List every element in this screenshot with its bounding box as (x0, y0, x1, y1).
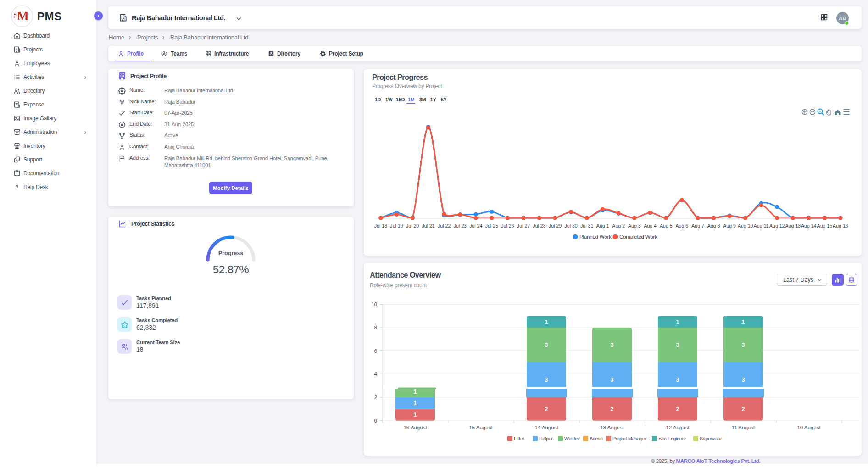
svg-text:12 August: 12 August (666, 425, 690, 430)
svg-text:1: 1 (545, 319, 548, 325)
svg-text:3: 3 (611, 377, 614, 383)
svg-text:10: 10 (371, 301, 377, 307)
svg-text:Supervisor: Supervisor (700, 436, 722, 441)
svg-text:Jul 19: Jul 19 (390, 223, 403, 228)
svg-text:Admin: Admin (590, 436, 603, 441)
svg-text:Aug 2: Aug 2 (612, 223, 625, 228)
svg-text:M: M (17, 9, 28, 23)
svg-text:Aug 6: Aug 6 (676, 223, 689, 228)
svg-text:3: 3 (611, 342, 614, 348)
svg-text:Aug 13: Aug 13 (785, 223, 801, 228)
svg-text:Aug 1: Aug 1 (596, 223, 609, 228)
svg-text:3: 3 (676, 377, 679, 383)
svg-text:6: 6 (374, 348, 377, 354)
svg-text:Fitter: Fitter (514, 436, 524, 441)
svg-text:Aug 3: Aug 3 (628, 223, 641, 228)
svg-text:14 August: 14 August (534, 425, 558, 430)
svg-text:2: 2 (374, 395, 377, 400)
svg-text:2: 2 (676, 406, 679, 412)
svg-text:Jul 18: Jul 18 (374, 223, 387, 228)
svg-text:0: 0 (374, 418, 377, 423)
svg-text:3: 3 (742, 377, 745, 383)
svg-text:Jul 29: Jul 29 (549, 223, 562, 228)
svg-text:Jul 28: Jul 28 (533, 223, 545, 228)
svg-text:3: 3 (742, 342, 745, 348)
svg-text:Aug 11: Aug 11 (754, 223, 769, 228)
svg-text:3: 3 (545, 377, 548, 383)
svg-text:2: 2 (742, 406, 745, 412)
svg-text:8: 8 (374, 325, 377, 330)
svg-text:Jul 24: Jul 24 (469, 223, 482, 228)
svg-text:10 August: 10 August (797, 425, 821, 430)
svg-text:1: 1 (414, 389, 417, 395)
svg-text:Jul 25: Jul 25 (485, 223, 498, 228)
svg-text:Planned Work: Planned Work (579, 234, 612, 239)
svg-text:Completed Work: Completed Work (619, 234, 657, 239)
svg-text:Aug 8: Aug 8 (707, 223, 720, 228)
svg-text:Jul 27: Jul 27 (517, 223, 530, 228)
svg-text:Helper: Helper (539, 436, 553, 441)
svg-text:Jul 30: Jul 30 (564, 223, 577, 228)
svg-text:2: 2 (611, 406, 614, 412)
svg-text:Aug 7: Aug 7 (691, 223, 704, 228)
svg-text:Aug 12: Aug 12 (769, 223, 785, 228)
svg-text:Jul 26: Jul 26 (501, 223, 514, 228)
svg-text:15 August: 15 August (469, 425, 493, 430)
svg-text:1: 1 (414, 411, 417, 418)
svg-text:16 August: 16 August (403, 425, 427, 430)
svg-text:Jul 31: Jul 31 (580, 223, 593, 228)
svg-text:11 August: 11 August (732, 425, 755, 430)
svg-text:Aug 14: Aug 14 (801, 223, 817, 228)
svg-text:Jul 23: Jul 23 (454, 223, 467, 228)
svg-text:3: 3 (545, 342, 548, 348)
svg-text:Aug 15: Aug 15 (817, 223, 833, 228)
svg-text:Welder: Welder (564, 436, 579, 441)
svg-text:Jul 22: Jul 22 (438, 223, 451, 228)
svg-text:Jul 20: Jul 20 (406, 223, 419, 228)
svg-text:1: 1 (742, 319, 745, 325)
svg-text:2: 2 (545, 406, 548, 412)
svg-text:Jul 21: Jul 21 (422, 223, 434, 228)
svg-text:Aug 10: Aug 10 (738, 223, 753, 228)
svg-text:Aug 16: Aug 16 (833, 223, 848, 228)
svg-text:13 August: 13 August (600, 425, 624, 430)
svg-text:Project Manager: Project Manager (612, 436, 647, 441)
svg-text:Site Engineer: Site Engineer (658, 436, 686, 441)
svg-text:Aug 9: Aug 9 (723, 223, 736, 228)
svg-text:3: 3 (676, 342, 679, 348)
svg-text:1: 1 (414, 400, 417, 406)
svg-text:Aug 5: Aug 5 (660, 223, 673, 228)
svg-text:Aug 4: Aug 4 (644, 223, 657, 228)
svg-text:4: 4 (374, 371, 378, 377)
svg-text:1: 1 (676, 319, 679, 325)
